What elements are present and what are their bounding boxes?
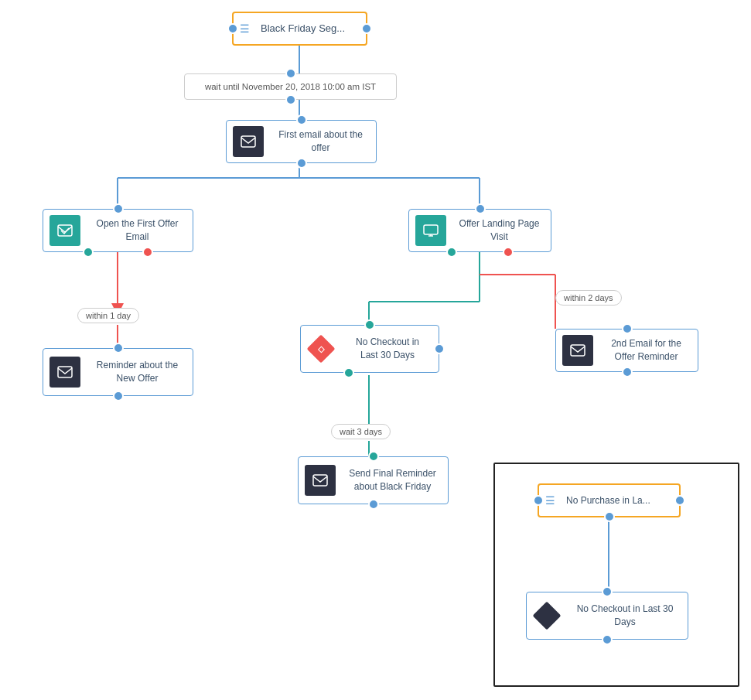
bottom-dot <box>113 391 124 401</box>
wait-3-days-label: wait 3 days <box>331 424 391 439</box>
bottom-teal-dot <box>446 247 457 258</box>
bottom-red-dot <box>503 247 514 258</box>
top-dot <box>475 203 486 214</box>
second-email-label: 2nd Email for the Offer Reminder <box>598 334 695 367</box>
top-dot <box>602 586 613 597</box>
send-final-reminder-node[interactable]: Send Final Reminder about Black Friday <box>298 456 449 504</box>
no-checkout-diamond-node[interactable]: ◇ No Checkout in Last 30 Days <box>300 325 439 373</box>
svg-rect-18 <box>58 225 72 236</box>
left-dot <box>533 495 544 506</box>
diamond-dark-icon <box>533 602 561 630</box>
reminder-new-offer-node[interactable]: Reminder about the New Offer <box>43 348 193 396</box>
list-icon: ☰ <box>240 22 250 35</box>
bottom-dot <box>296 158 307 169</box>
open-first-offer-label: Open the First Offer Email <box>85 214 189 247</box>
reminder-new-offer-label: Reminder about the New Offer <box>85 356 189 388</box>
no-checkout-last30-node[interactable]: No Checkout in Last 30 Days <box>526 592 688 640</box>
send-final-reminder-label: Send Final Reminder about Black Friday <box>340 464 445 497</box>
first-email-label: First email about the offer <box>268 125 373 158</box>
top-dot <box>296 114 307 125</box>
within-1-day-label: within 1 day <box>77 308 139 323</box>
bottom-dot <box>343 367 354 378</box>
bottom-dot <box>368 499 379 510</box>
svg-rect-22 <box>58 367 72 377</box>
left-dot <box>227 23 238 34</box>
email-dark3-icon <box>562 335 593 366</box>
email-dark2-icon <box>49 357 80 388</box>
svg-rect-19 <box>424 225 438 234</box>
monitor-teal-icon <box>415 215 446 246</box>
no-purchase-la-node[interactable]: ☰ No Purchase in La... <box>538 483 681 517</box>
svg-rect-17 <box>241 136 255 147</box>
right-dot <box>361 23 372 34</box>
svg-rect-24 <box>313 475 327 486</box>
right-dot <box>674 495 685 506</box>
bottom-dot <box>604 511 615 522</box>
second-email-node[interactable]: 2nd Email for the Offer Reminder <box>555 329 698 372</box>
email-dark4-icon <box>305 465 336 496</box>
diamond-red-icon: ◇ <box>307 335 335 363</box>
email-teal-icon <box>49 215 80 246</box>
open-first-offer-node[interactable]: Open the First Offer Email <box>43 209 193 252</box>
right-dot <box>434 343 445 354</box>
first-email-node[interactable]: First email about the offer <box>226 120 377 163</box>
black-friday-label: Black Friday Seg... <box>254 19 351 39</box>
black-friday-seg-node[interactable]: ☰ Black Friday Seg... <box>232 12 367 46</box>
bottom-dot <box>285 94 296 105</box>
top-dot <box>622 323 633 334</box>
bottom-teal-dot <box>83 247 94 258</box>
wait-until-node[interactable]: wait until November 20, 2018 10:00 am IS… <box>184 73 397 100</box>
bottom-dot <box>602 634 613 645</box>
svg-rect-23 <box>571 345 585 356</box>
within-2-days-label: within 2 days <box>555 290 622 306</box>
no-checkout-last30-label: No Checkout in Last 30 Days <box>565 599 684 632</box>
offer-landing-label: Offer Landing Page Visit <box>451 214 548 247</box>
top-dot <box>368 451 379 462</box>
bottom-red-dot <box>142 247 153 258</box>
top-dot <box>364 319 375 330</box>
top-dot <box>285 68 296 79</box>
bottom-dot <box>622 367 633 377</box>
list2-icon: ☰ <box>545 494 555 507</box>
workflow-canvas: ☰ Black Friday Seg... wait until Novembe… <box>0 0 751 700</box>
offer-landing-node[interactable]: Offer Landing Page Visit <box>408 209 551 252</box>
no-purchase-label: No Purchase in La... <box>560 491 657 510</box>
top-dot <box>113 343 124 353</box>
wait-until-label: wait until November 20, 2018 10:00 am IS… <box>199 77 382 96</box>
no-checkout-diamond-label: No Checkout in Last 30 Days <box>340 333 435 365</box>
top-dot <box>113 203 124 214</box>
email-dark-icon <box>233 126 264 157</box>
